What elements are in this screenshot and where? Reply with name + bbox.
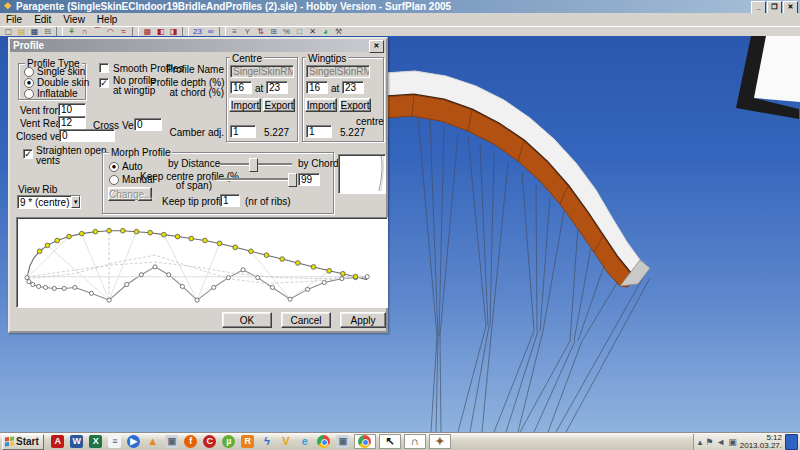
centre-chord-field[interactable]: 23 <box>266 81 288 94</box>
vent-rear-field[interactable]: 12 <box>58 116 86 129</box>
centre-profile-name-field[interactable]: SingelSkinRMIndo <box>230 65 294 78</box>
radio-single-skin[interactable] <box>24 67 34 77</box>
ok-button[interactable]: OK <box>222 312 272 328</box>
lightning-icon[interactable]: ϟ <box>259 434 275 449</box>
person-icon[interactable]: Y <box>241 27 254 37</box>
utorrent-icon[interactable]: µ <box>221 434 237 449</box>
format-factory-icon[interactable]: R <box>240 434 256 449</box>
start-button[interactable]: Start <box>2 434 44 450</box>
arc-icon[interactable]: ⌒ <box>91 27 104 37</box>
apply-button[interactable]: Apply <box>340 312 386 328</box>
wingtips-chord-field[interactable]: 23 <box>342 81 364 94</box>
radio-single-skin-label[interactable]: Single skin <box>37 66 85 77</box>
centre-import-button[interactable]: Import <box>229 98 261 112</box>
close-doc-icon[interactable]: ✕ <box>306 27 319 37</box>
radio-double-skin-label[interactable]: Double skin <box>37 77 89 88</box>
task-list-icon[interactable]: ≡ <box>107 434 123 449</box>
centre-export-button[interactable]: Export <box>263 98 295 112</box>
percent-icon[interactable]: % <box>280 27 293 37</box>
no-profile-checkbox[interactable]: ✓ <box>99 78 109 88</box>
adobe-reader-icon[interactable]: A <box>50 434 66 449</box>
language-indicator[interactable] <box>785 434 798 450</box>
surfplan-window-button[interactable]: ∩ <box>404 434 426 449</box>
wrench-icon[interactable]: ⚒ <box>332 27 345 37</box>
keep-centre-field[interactable]: 99 <box>298 173 320 186</box>
volume-icon[interactable]: ◄ <box>716 435 725 449</box>
ccleaner-icon[interactable]: C <box>202 434 218 449</box>
plant-icon[interactable]: ⚘ <box>65 27 78 37</box>
expand-tray-icon[interactable]: ▴ <box>698 435 703 449</box>
colors-icon[interactable]: ◕ <box>319 27 332 37</box>
open-icon[interactable]: ▤ <box>15 27 28 37</box>
radio-inflatable-label[interactable]: Inflatable <box>37 88 78 99</box>
cancel-button[interactable]: Cancel <box>281 312 331 328</box>
menu-item-view[interactable]: View <box>57 14 91 25</box>
keep-centre-label-2: of span) <box>140 180 212 191</box>
network-icon[interactable]: ▣ <box>728 435 737 449</box>
no-profile-label-2[interactable]: at wingtip <box>113 85 155 96</box>
wingtips-export-button[interactable]: Export <box>339 98 371 112</box>
view-rib-dropdown[interactable]: 9 * (centre) ▼ <box>17 195 81 209</box>
lines-icon[interactable]: ≡ <box>228 27 241 37</box>
wing-3d-icon[interactable]: ∩ <box>78 27 91 37</box>
slider-thumb[interactable] <box>288 173 297 187</box>
wingtips-profile-name-field[interactable]: SingelSkinRMIndo <box>306 65 370 78</box>
wingtips-import-button[interactable]: Import <box>305 98 337 112</box>
toolbar-separator <box>56 27 63 36</box>
straighten-vents-checkbox[interactable]: ✓ <box>23 149 33 159</box>
keep-tip-field[interactable]: 1 <box>220 194 240 207</box>
arrows-icon[interactable]: ⇅ <box>254 27 267 37</box>
internet-explorer-icon[interactable]: e <box>297 434 313 449</box>
chrome-icon[interactable] <box>316 434 332 449</box>
grid-icon[interactable]: ▦ <box>141 27 154 37</box>
tray-date: 2013.03.27. <box>740 441 782 450</box>
profile-icon[interactable]: ≈ <box>117 27 130 37</box>
radio-morph-auto[interactable]: ● <box>109 162 119 172</box>
menu-item-help[interactable]: Help <box>91 14 124 25</box>
diagram-icon[interactable]: ⊞ <box>267 27 280 37</box>
chevron-down-icon[interactable]: ▼ <box>71 196 80 208</box>
sizes-icon[interactable]: ∞ <box>204 27 217 37</box>
numbers-icon[interactable]: 23 <box>191 27 204 37</box>
slider-thumb[interactable] <box>249 158 258 172</box>
chrome-icon-active[interactable] <box>354 434 376 449</box>
menu-item-file[interactable]: File <box>0 14 28 25</box>
radio-morph-manual[interactable] <box>109 175 119 185</box>
camber-adj-label: Camber adj. <box>150 127 224 138</box>
window-icon[interactable]: □ <box>293 27 306 37</box>
straighten-vents-label-2[interactable]: vents <box>36 155 60 166</box>
morph-distance-slider[interactable] <box>220 163 292 166</box>
panel-left-icon[interactable]: ◧ <box>154 27 167 37</box>
excel-icon[interactable]: X <box>88 434 104 449</box>
vent-icon[interactable]: ◠ <box>104 27 117 37</box>
app-icon: ❖ <box>2 1 13 12</box>
display-window-icon[interactable]: ▣ <box>164 434 180 449</box>
radio-inflatable[interactable] <box>24 89 34 99</box>
new-icon[interactable]: ▢ <box>2 27 15 37</box>
profile-dialog-titlebar[interactable]: Profile ✕ <box>10 39 386 52</box>
radio-double-skin[interactable]: ● <box>24 78 34 88</box>
panel-right-icon[interactable]: ◨ <box>167 27 180 37</box>
security-flag-icon[interactable]: ⚑ <box>705 435 713 449</box>
media-player-icon[interactable]: ▶ <box>126 434 142 449</box>
palette-window-button[interactable]: ✦ <box>429 434 451 449</box>
vlc-icon[interactable]: ▲ <box>145 434 161 449</box>
arrow-tool-icon[interactable]: ↖ <box>379 434 401 449</box>
display-window-icon-2[interactable]: ▣ <box>335 434 351 449</box>
wingtips-depth-field[interactable]: 16 <box>306 81 328 94</box>
smooth-profiles-checkbox[interactable] <box>99 63 109 73</box>
firefox-icon[interactable]: f <box>183 434 199 449</box>
menu-item-edit[interactable]: Edit <box>28 14 57 25</box>
centre-camber-field[interactable]: 1 <box>230 125 256 138</box>
centre-depth-field[interactable]: 16 <box>230 81 252 94</box>
wingtips-camber-field[interactable]: 1 <box>306 125 332 138</box>
save-icon[interactable]: ▦ <box>28 27 41 37</box>
word-icon[interactable]: W <box>69 434 85 449</box>
v-tool-icon[interactable]: V <box>278 434 294 449</box>
keep-centre-slider[interactable] <box>216 178 292 181</box>
dialog-close-icon[interactable]: ✕ <box>369 40 384 53</box>
profile-dialog: Profile ✕ Profile Type Single skin ● Dou… <box>8 37 388 333</box>
screen: ❖ Parapente (SingleSkinECIndoor19BridleA… <box>0 0 800 450</box>
print-icon[interactable]: ⊟ <box>41 27 54 37</box>
vent-front-field[interactable]: 10 <box>58 103 86 116</box>
